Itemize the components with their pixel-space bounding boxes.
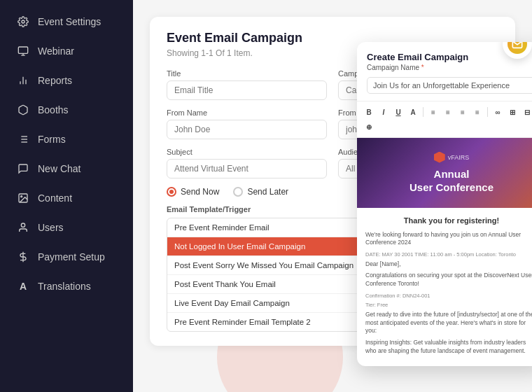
tier-label: Tier: Free (365, 301, 532, 309)
logo-hexagon (434, 152, 445, 163)
vfairs-logo: vFAIRS (434, 152, 470, 163)
gear-icon (17, 15, 29, 28)
sidebar-item-label: Reports (38, 75, 72, 86)
sidebar-item-content[interactable]: Content (4, 184, 129, 212)
sidebar-item-translations[interactable]: A Translations (4, 272, 129, 300)
campaign-name-label-preview: Campaign Name * (367, 64, 532, 71)
sidebar-item-label: Content (38, 192, 72, 204)
email-text-content: Thank you for registering! We're looking… (357, 208, 532, 366)
bold-button[interactable]: B (363, 106, 375, 118)
sidebar-item-label: Users (38, 222, 64, 233)
align-right-button[interactable]: ≡ (456, 106, 469, 118)
align-justify-button[interactable]: ≡ (471, 106, 484, 118)
sidebar-item-webinar[interactable]: Webinar (4, 37, 129, 65)
sidebar-item-booths[interactable]: Booths (4, 96, 129, 124)
dollar-icon (17, 251, 29, 263)
sidebar-item-users[interactable]: Users (4, 214, 129, 241)
monitor-icon (17, 45, 29, 57)
inspiration-text: Inspiring Insights: Get valuable insight… (365, 339, 532, 356)
email-body-preview: vFAIRS Annual User Conference Thank you … (357, 138, 532, 366)
sidebar-item-label: Forms (38, 134, 66, 145)
image-insert-button[interactable]: ⊞ (506, 106, 519, 118)
from-name-input[interactable] (167, 120, 327, 139)
svg-point-0 (22, 20, 24, 23)
sidebar-item-label: Event Settings (38, 16, 101, 27)
send-later-label: Send Later (247, 187, 288, 197)
svg-rect-1 (18, 47, 27, 53)
title-label: Title (167, 69, 327, 78)
add-button[interactable]: ⊕ (363, 120, 375, 133)
list-icon (17, 133, 29, 146)
image-icon (17, 192, 29, 204)
congrats-text: Congratulations on securing your spot at… (365, 272, 532, 288)
subject-group: Subject (167, 148, 327, 178)
italic-button[interactable]: I (377, 106, 390, 118)
sidebar-item-label: New Chat (38, 163, 80, 174)
chart-icon (17, 74, 29, 87)
send-now-radio[interactable] (167, 187, 176, 197)
sidebar-item-label: Booths (38, 104, 69, 115)
title-group: Title (167, 69, 327, 100)
banner-title: Annual User Conference (410, 167, 493, 195)
table-button[interactable]: ⊟ (521, 106, 532, 118)
subject-input[interactable] (167, 159, 327, 178)
svg-point-15 (21, 223, 24, 227)
email-preview-card: Create Email Campaign Campaign Name * B … (357, 42, 532, 366)
campaign-name-input[interactable] (367, 77, 532, 94)
user-icon (17, 221, 29, 234)
from-name-group: From Name (167, 108, 327, 139)
subject-label: Subject (167, 148, 327, 156)
svg-point-14 (21, 196, 22, 197)
sidebar-item-payment-setup[interactable]: Payment Setup (4, 243, 129, 271)
chat-icon (17, 162, 29, 175)
align-left-button[interactable]: ≡ (427, 106, 440, 118)
send-later-option[interactable]: Send Later (233, 187, 288, 197)
dear-line: Dear [Name], (365, 260, 532, 269)
sidebar-item-label: Translations (38, 281, 91, 292)
toolbar-separator-2 (487, 107, 488, 117)
email-banner: vFAIRS Annual User Conference (357, 138, 532, 208)
notification-icon (507, 42, 527, 54)
send-later-radio[interactable] (233, 187, 243, 197)
sidebar: Event Settings Webinar Reports Booths Fo… (0, 0, 133, 392)
sidebar-item-label: Payment Setup (38, 251, 105, 262)
a-icon: A (17, 280, 29, 293)
main-content: Event Email Campaign Showing 1-1 Of 1 It… (133, 0, 532, 392)
date-line: DATE: MAY 30 2001 TIME: 11:00 am - 5:00p… (365, 251, 532, 258)
sidebar-item-event-settings[interactable]: Event Settings (4, 8, 129, 36)
confirmation-label: Confirmation #: DNN24-001 (365, 292, 532, 300)
editor-toolbar: B I U A ≡ ≡ ≡ ≡ ∞ ⊞ ⊟ ⊕ (357, 102, 532, 138)
sidebar-item-new-chat[interactable]: New Chat (4, 155, 129, 183)
send-now-label: Send Now (181, 187, 219, 197)
text-color-button[interactable]: A (407, 106, 419, 118)
required-star: * (421, 64, 424, 71)
intro-text: We're looking forward to having you join… (365, 231, 532, 248)
toolbar-separator-1 (423, 107, 424, 117)
underline-button[interactable]: U (392, 106, 405, 118)
sidebar-item-label: Webinar (38, 46, 74, 57)
from-name-label: From Name (167, 108, 327, 117)
align-center-button[interactable]: ≡ (442, 106, 454, 118)
sidebar-item-forms[interactable]: Forms (4, 125, 129, 153)
send-now-option[interactable]: Send Now (167, 187, 219, 197)
title-input[interactable] (167, 80, 327, 100)
link-button[interactable]: ∞ (491, 106, 504, 118)
box-icon (17, 104, 29, 116)
thank-you-heading: Thank you for registering! (365, 215, 532, 227)
sidebar-item-reports[interactable]: Reports (4, 66, 129, 94)
body-text: Get ready to dive into the future of [in… (365, 311, 532, 336)
